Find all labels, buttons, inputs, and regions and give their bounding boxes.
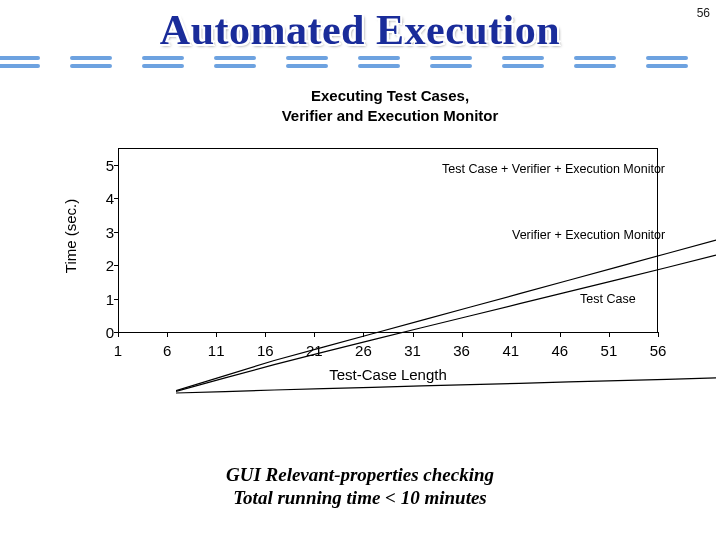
y-tick-label: 1 xyxy=(90,290,114,307)
x-tick-mark xyxy=(511,332,512,337)
series-label: Test Case xyxy=(580,292,636,306)
x-tick-label: 16 xyxy=(257,342,274,359)
chart-title: Executing Test Cases,Verifier and Execut… xyxy=(60,86,680,127)
x-tick-label: 51 xyxy=(601,342,618,359)
x-tick-label: 21 xyxy=(306,342,323,359)
x-tick-label: 31 xyxy=(404,342,421,359)
x-tick-label: 26 xyxy=(355,342,372,359)
chart: Executing Test Cases,Verifier and Execut… xyxy=(60,86,680,396)
x-tick-label: 1 xyxy=(114,342,122,359)
x-axis xyxy=(118,332,658,333)
x-tick-mark xyxy=(167,332,168,337)
title-underline xyxy=(0,55,720,69)
x-tick-mark xyxy=(118,332,119,337)
y-tick-mark xyxy=(114,165,118,166)
y-tick-label: 2 xyxy=(90,257,114,274)
x-tick-label: 56 xyxy=(650,342,667,359)
y-axis-label: Time (sec.) xyxy=(62,199,79,273)
x-tick-mark xyxy=(314,332,315,337)
y-tick-mark xyxy=(114,198,118,199)
y-tick-label: 4 xyxy=(90,190,114,207)
x-tick-mark xyxy=(609,332,610,337)
y-tick-mark xyxy=(114,232,118,233)
x-tick-mark xyxy=(265,332,266,337)
x-tick-mark xyxy=(413,332,414,337)
caption: GUI Relevant-properties checking Total r… xyxy=(0,463,720,511)
series-label: Verifier + Execution Monitor xyxy=(512,228,665,242)
x-tick-label: 41 xyxy=(502,342,519,359)
x-tick-mark xyxy=(560,332,561,337)
y-tick-label: 0 xyxy=(90,324,114,341)
x-tick-mark xyxy=(658,332,659,337)
x-axis-label: Test-Case Length xyxy=(118,366,658,383)
x-tick-label: 11 xyxy=(208,342,225,359)
caption-line-1: GUI Relevant-properties checking xyxy=(0,463,720,487)
x-tick-mark xyxy=(462,332,463,337)
y-tick-mark xyxy=(114,265,118,266)
page-number: 56 xyxy=(697,6,710,20)
x-tick-mark xyxy=(363,332,364,337)
y-tick-mark xyxy=(114,299,118,300)
x-tick-label: 46 xyxy=(551,342,568,359)
x-tick-label: 36 xyxy=(453,342,470,359)
caption-line-2: Total running time < 10 minutes xyxy=(0,486,720,510)
x-tick-label: 6 xyxy=(163,342,171,359)
x-tick-mark xyxy=(216,332,217,337)
y-tick-label: 5 xyxy=(90,156,114,173)
page-title: Automated Execution xyxy=(0,0,720,54)
series-label: Test Case + Verifier + Execution Monitor xyxy=(442,162,665,176)
y-tick-label: 3 xyxy=(90,223,114,240)
